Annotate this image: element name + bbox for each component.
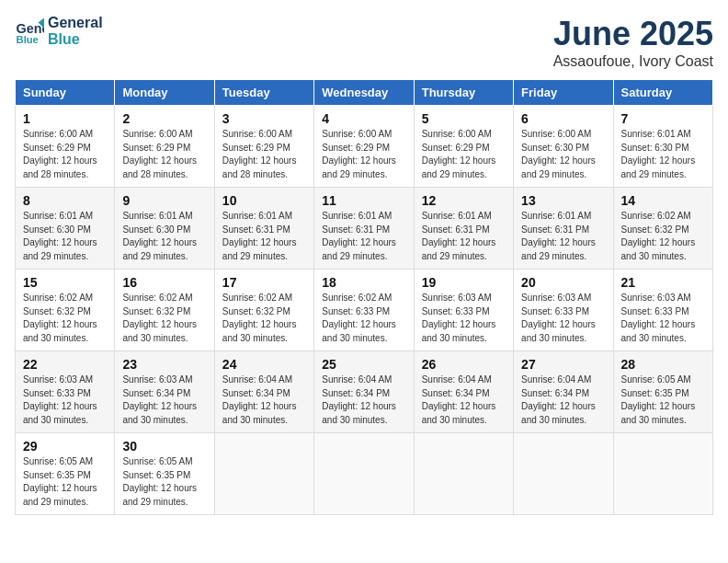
day-cell-14: 14Sunrise: 6:02 AMSunset: 6:32 PMDayligh… (613, 188, 712, 270)
day-number: 7 (621, 111, 705, 126)
day-cell-9: 9Sunrise: 6:01 AMSunset: 6:30 PMDaylight… (115, 188, 214, 270)
week-row-4: 22Sunrise: 6:03 AMSunset: 6:33 PMDayligh… (16, 351, 713, 433)
day-cell-1: 1Sunrise: 6:00 AMSunset: 6:29 PMDaylight… (16, 106, 115, 188)
week-row-2: 8Sunrise: 6:01 AMSunset: 6:30 PMDaylight… (16, 188, 713, 270)
day-number: 28 (621, 357, 705, 372)
logo-icon: General Blue (15, 17, 44, 46)
day-header-thursday: Thursday (414, 80, 513, 106)
day-cell-30: 30Sunrise: 6:05 AMSunset: 6:35 PMDayligh… (115, 433, 214, 515)
week-row-3: 15Sunrise: 6:02 AMSunset: 6:32 PMDayligh… (16, 270, 713, 351)
calendar-subtitle: Assaoufoue, Ivory Coast (553, 53, 713, 70)
day-cell-27: 27Sunrise: 6:04 AMSunset: 6:34 PMDayligh… (514, 351, 613, 433)
empty-cell (214, 433, 313, 515)
day-cell-12: 12Sunrise: 6:01 AMSunset: 6:31 PMDayligh… (414, 188, 513, 270)
day-number: 24 (222, 357, 306, 372)
day-info: Sunrise: 6:05 AMSunset: 6:35 PMDaylight:… (23, 455, 107, 509)
day-number: 30 (122, 439, 206, 454)
day-info: Sunrise: 6:01 AMSunset: 6:31 PMDaylight:… (521, 210, 605, 263)
calendar-header: SundayMondayTuesdayWednesdayThursdayFrid… (16, 80, 713, 106)
empty-cell (314, 433, 414, 515)
day-number: 5 (422, 111, 506, 126)
svg-text:Blue: Blue (17, 33, 39, 44)
day-info: Sunrise: 6:02 AMSunset: 6:33 PMDaylight:… (322, 292, 405, 345)
day-info: Sunrise: 6:01 AMSunset: 6:31 PMDaylight:… (422, 210, 506, 263)
day-info: Sunrise: 6:00 AMSunset: 6:29 PMDaylight:… (422, 128, 506, 181)
day-info: Sunrise: 6:00 AMSunset: 6:29 PMDaylight:… (322, 128, 405, 181)
day-cell-2: 2Sunrise: 6:00 AMSunset: 6:29 PMDaylight… (115, 106, 214, 188)
week-row-5: 29Sunrise: 6:05 AMSunset: 6:35 PMDayligh… (16, 433, 713, 515)
day-header-monday: Monday (115, 80, 214, 106)
day-number: 18 (322, 275, 405, 290)
day-info: Sunrise: 6:05 AMSunset: 6:35 PMDaylight:… (122, 455, 206, 509)
day-number: 15 (23, 275, 107, 290)
day-info: Sunrise: 6:03 AMSunset: 6:33 PMDaylight:… (621, 292, 705, 345)
day-info: Sunrise: 6:02 AMSunset: 6:32 PMDaylight:… (621, 210, 705, 263)
day-cell-18: 18Sunrise: 6:02 AMSunset: 6:33 PMDayligh… (314, 270, 414, 351)
day-info: Sunrise: 6:03 AMSunset: 6:33 PMDaylight:… (23, 373, 107, 427)
empty-cell (613, 433, 712, 515)
day-info: Sunrise: 6:01 AMSunset: 6:30 PMDaylight:… (122, 210, 206, 263)
logo-general: General (48, 15, 103, 31)
day-cell-16: 16Sunrise: 6:02 AMSunset: 6:32 PMDayligh… (115, 270, 214, 351)
empty-cell (514, 433, 613, 515)
day-number: 26 (422, 357, 506, 372)
day-cell-6: 6Sunrise: 6:00 AMSunset: 6:30 PMDaylight… (514, 106, 613, 188)
day-number: 11 (322, 193, 405, 208)
day-info: Sunrise: 6:01 AMSunset: 6:31 PMDaylight:… (322, 210, 405, 263)
day-info: Sunrise: 6:05 AMSunset: 6:35 PMDaylight:… (621, 373, 705, 427)
day-info: Sunrise: 6:04 AMSunset: 6:34 PMDaylight:… (222, 373, 306, 427)
day-info: Sunrise: 6:03 AMSunset: 6:34 PMDaylight:… (122, 373, 206, 427)
day-info: Sunrise: 6:03 AMSunset: 6:33 PMDaylight:… (422, 292, 506, 345)
day-cell-29: 29Sunrise: 6:05 AMSunset: 6:35 PMDayligh… (16, 433, 115, 515)
day-cell-17: 17Sunrise: 6:02 AMSunset: 6:32 PMDayligh… (214, 270, 313, 351)
day-cell-26: 26Sunrise: 6:04 AMSunset: 6:34 PMDayligh… (414, 351, 513, 433)
day-number: 25 (322, 357, 405, 372)
day-cell-21: 21Sunrise: 6:03 AMSunset: 6:33 PMDayligh… (613, 270, 712, 351)
empty-cell (414, 433, 513, 515)
day-cell-10: 10Sunrise: 6:01 AMSunset: 6:31 PMDayligh… (214, 188, 313, 270)
days-of-week-row: SundayMondayTuesdayWednesdayThursdayFrid… (16, 80, 713, 106)
day-number: 20 (521, 275, 605, 290)
day-cell-19: 19Sunrise: 6:03 AMSunset: 6:33 PMDayligh… (414, 270, 513, 351)
day-info: Sunrise: 6:04 AMSunset: 6:34 PMDaylight:… (521, 373, 605, 427)
day-info: Sunrise: 6:00 AMSunset: 6:29 PMDaylight:… (122, 128, 206, 181)
day-info: Sunrise: 6:01 AMSunset: 6:30 PMDaylight:… (23, 210, 107, 263)
day-number: 8 (23, 193, 107, 208)
day-cell-11: 11Sunrise: 6:01 AMSunset: 6:31 PMDayligh… (314, 188, 414, 270)
day-header-tuesday: Tuesday (214, 80, 313, 106)
day-header-sunday: Sunday (16, 80, 115, 106)
day-cell-7: 7Sunrise: 6:01 AMSunset: 6:30 PMDaylight… (613, 106, 712, 188)
day-header-saturday: Saturday (613, 80, 712, 106)
day-number: 16 (122, 275, 206, 290)
day-info: Sunrise: 6:00 AMSunset: 6:29 PMDaylight:… (23, 128, 107, 181)
day-number: 3 (222, 111, 306, 126)
day-cell-20: 20Sunrise: 6:03 AMSunset: 6:33 PMDayligh… (514, 270, 613, 351)
title-area: June 2025 Assaoufoue, Ivory Coast (553, 15, 713, 70)
day-info: Sunrise: 6:00 AMSunset: 6:29 PMDaylight:… (222, 128, 306, 181)
calendar-table: SundayMondayTuesdayWednesdayThursdayFrid… (15, 79, 713, 515)
day-number: 10 (222, 193, 306, 208)
day-number: 13 (521, 193, 605, 208)
day-cell-15: 15Sunrise: 6:02 AMSunset: 6:32 PMDayligh… (16, 270, 115, 351)
day-number: 12 (422, 193, 506, 208)
day-cell-8: 8Sunrise: 6:01 AMSunset: 6:30 PMDaylight… (16, 188, 115, 270)
day-number: 9 (122, 193, 206, 208)
day-info: Sunrise: 6:00 AMSunset: 6:30 PMDaylight:… (521, 128, 605, 181)
day-number: 2 (122, 111, 206, 126)
day-cell-13: 13Sunrise: 6:01 AMSunset: 6:31 PMDayligh… (514, 188, 613, 270)
day-cell-23: 23Sunrise: 6:03 AMSunset: 6:34 PMDayligh… (115, 351, 214, 433)
day-cell-24: 24Sunrise: 6:04 AMSunset: 6:34 PMDayligh… (214, 351, 313, 433)
day-info: Sunrise: 6:01 AMSunset: 6:30 PMDaylight:… (621, 128, 705, 181)
day-number: 21 (621, 275, 705, 290)
header: General Blue General Blue June 2025 Assa… (15, 15, 713, 70)
day-number: 1 (23, 111, 107, 126)
day-info: Sunrise: 6:02 AMSunset: 6:32 PMDaylight:… (122, 292, 206, 345)
day-number: 27 (521, 357, 605, 372)
day-number: 17 (222, 275, 306, 290)
day-info: Sunrise: 6:04 AMSunset: 6:34 PMDaylight:… (322, 373, 405, 427)
day-info: Sunrise: 6:04 AMSunset: 6:34 PMDaylight:… (422, 373, 506, 427)
day-info: Sunrise: 6:01 AMSunset: 6:31 PMDaylight:… (222, 210, 306, 263)
day-number: 19 (422, 275, 506, 290)
day-info: Sunrise: 6:02 AMSunset: 6:32 PMDaylight:… (23, 292, 107, 345)
logo: General Blue General Blue (15, 15, 103, 47)
